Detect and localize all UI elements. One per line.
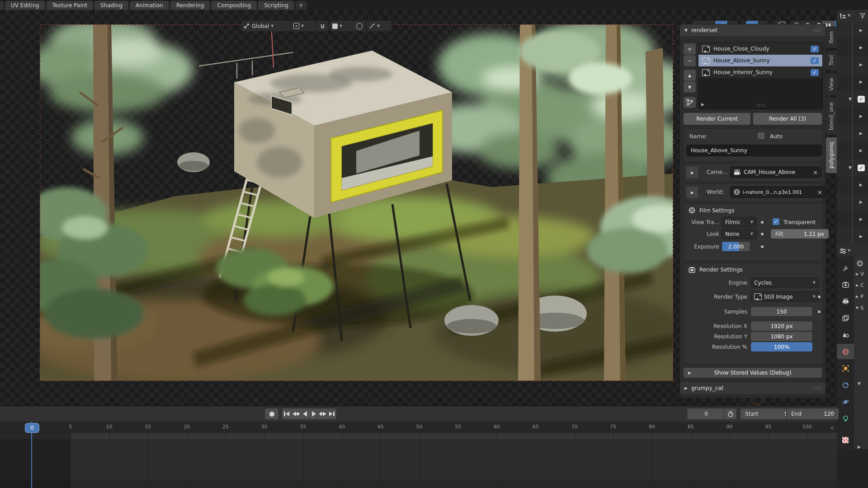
outliner-row[interactable]: ▶ xyxy=(837,56,868,73)
transparent-checkbox[interactable]: ✓ xyxy=(773,218,779,225)
properties-panel-row[interactable]: ▼S xyxy=(854,302,868,314)
outliner-row[interactable]: ▶ xyxy=(837,22,868,39)
world-field[interactable]: i-nahore_0...n.p3e1.001 × xyxy=(731,187,826,197)
exposure-slider[interactable]: 2.000 xyxy=(722,242,750,251)
render-type-dropdown[interactable]: Still Image ▼ xyxy=(751,292,819,301)
renderset-list-item[interactable]: House_Interior_Sunny✓ xyxy=(698,66,822,78)
proportional-editing-toggle[interactable] xyxy=(354,21,365,31)
sidebar-tab-item[interactable]: Item xyxy=(826,26,837,48)
outliner-row[interactable]: ▶ xyxy=(837,39,868,56)
expand-arrow-icon[interactable]: ▶ xyxy=(859,234,863,239)
sidebar-tab-polygoniq[interactable]: polygoniq xyxy=(826,137,837,174)
frame-start-field[interactable]: Start 5 xyxy=(741,408,793,419)
transform-orientation-dropdown[interactable]: Global ▼ xyxy=(241,21,292,31)
outliner-row[interactable]: ▶ xyxy=(837,211,868,228)
workspace-tab-uv-editing[interactable]: UV Editing xyxy=(5,1,45,10)
animate-dot[interactable] xyxy=(761,245,764,248)
resolution-y-field[interactable]: 1080 px xyxy=(751,332,812,341)
remove-renderset-button[interactable]: − xyxy=(684,55,696,66)
frame-end-field[interactable]: End 120 xyxy=(787,408,839,419)
tab-tool[interactable] xyxy=(837,260,854,276)
expand-arrow-icon[interactable]: ▶ xyxy=(859,62,863,67)
next-keyframe-button[interactable] xyxy=(318,408,327,419)
animate-dot[interactable] xyxy=(761,221,764,224)
outliner-row[interactable]: ▶ xyxy=(837,108,868,125)
include-checkbox[interactable]: ✓ xyxy=(811,69,819,76)
outliner-row[interactable]: ▼✓ xyxy=(837,159,868,176)
samples-field[interactable]: 150 xyxy=(751,307,812,316)
render-current-button[interactable]: Render Current xyxy=(684,113,750,125)
expand-arrow-icon[interactable]: ▶ xyxy=(859,183,863,187)
properties-panel-row[interactable]: ▶P xyxy=(854,291,868,302)
list-resize-grip[interactable] xyxy=(756,103,764,107)
move-down-button[interactable]: ▼ xyxy=(684,81,696,93)
outliner-row[interactable]: ▶ xyxy=(837,193,868,211)
workspace-tab-animation[interactable]: Animation xyxy=(130,1,169,10)
animate-dot[interactable] xyxy=(818,310,821,313)
outliner-checkbox[interactable]: ✓ xyxy=(858,164,865,171)
move-up-button[interactable]: ▲ xyxy=(684,70,696,81)
expand-arrow-icon[interactable]: ▶ xyxy=(859,45,863,50)
camera-expand-button[interactable]: ▶ xyxy=(686,166,698,178)
tab-output[interactable] xyxy=(837,294,854,309)
expand-arrow-icon[interactable]: ▶ xyxy=(859,114,863,118)
tab-constraints[interactable] xyxy=(837,377,854,393)
sidebar-tab-view[interactable]: View xyxy=(826,73,837,95)
tab-object-data[interactable] xyxy=(837,411,854,426)
workspace-tab-shading[interactable]: Shading xyxy=(94,1,128,10)
context-options-button[interactable] xyxy=(684,97,696,108)
workspace-tab-texture-paint[interactable]: Texture Paint xyxy=(47,1,93,10)
workspace-tab-rendering[interactable]: Rendering xyxy=(170,1,210,10)
preview-range-button[interactable] xyxy=(724,408,736,419)
jump-to-start-button[interactable] xyxy=(282,408,291,419)
camera-field[interactable]: CAM_House_Above × xyxy=(731,167,821,178)
view-transform-dropdown[interactable]: Filmic ▼ xyxy=(722,217,756,227)
tab-world[interactable] xyxy=(837,344,854,359)
animate-dot[interactable] xyxy=(761,233,764,235)
timeline-tracks[interactable] xyxy=(0,433,837,488)
render-settings-header[interactable]: Render Settings xyxy=(689,267,743,273)
current-frame-field[interactable]: 0 xyxy=(687,408,725,419)
outliner-row[interactable]: ▶ xyxy=(837,73,868,90)
add-workspace-button[interactable]: + xyxy=(296,1,307,10)
expand-arrow-icon[interactable]: ▶ xyxy=(859,80,863,84)
drag-grip-icon[interactable] xyxy=(813,28,821,32)
jump-to-end-button[interactable] xyxy=(327,408,336,419)
show-stored-values-button[interactable]: ▶ Show Stored Values (Debug) xyxy=(684,368,822,378)
outliner-row[interactable]: ▼✓ xyxy=(837,90,868,108)
current-frame-badge[interactable]: 0 xyxy=(25,423,39,433)
falloff-dropdown[interactable]: ▼ xyxy=(367,21,392,31)
outliner-row[interactable]: ▶ xyxy=(837,228,868,245)
tab-view-layer[interactable] xyxy=(837,310,854,326)
properties-panel-row[interactable]: ▶V xyxy=(854,268,868,280)
properties-icon[interactable] xyxy=(840,248,846,254)
tab-physics[interactable] xyxy=(837,394,854,409)
outliner-row[interactable]: ▶ xyxy=(837,142,868,159)
snap-with-dropdown[interactable]: ▼ xyxy=(330,21,354,31)
expand-arrow-icon[interactable]: ▶ xyxy=(859,131,863,136)
grumpy-cat-panel-header[interactable]: ▶ grumpy_cat xyxy=(680,382,826,394)
renderset-list-item[interactable]: House_Close_Cloudy✓ xyxy=(698,43,822,55)
drag-grip-icon[interactable] xyxy=(813,386,821,390)
expand-arrow-icon[interactable]: ▼ xyxy=(849,97,852,101)
workspace-tab-scripting[interactable]: Scripting xyxy=(258,1,294,10)
tab-object[interactable] xyxy=(837,361,854,376)
chevron-down-icon[interactable]: ▼ xyxy=(848,249,850,253)
auto-checkbox[interactable] xyxy=(758,132,764,139)
expand-arrow-icon[interactable]: ▼ xyxy=(849,165,852,170)
outliner-checkbox[interactable]: ✓ xyxy=(858,96,865,103)
filter-icon[interactable] xyxy=(860,13,865,19)
outliner-row[interactable]: ▶ xyxy=(837,125,868,142)
timeline-ruler[interactable]: 5101520253035404550556065707580859095100 xyxy=(0,422,837,433)
render-all-button[interactable]: Render All (3) xyxy=(753,113,822,125)
look-dropdown[interactable]: None ▼ xyxy=(722,229,756,239)
tab-render[interactable] xyxy=(837,277,854,292)
resolution-percent-slider[interactable]: 100% xyxy=(751,342,812,352)
panel-expand-arrow[interactable]: ▶ xyxy=(858,445,868,449)
properties-panel-row[interactable]: ▶C xyxy=(854,280,868,291)
expand-arrow-icon[interactable]: ▶ xyxy=(859,200,863,204)
engine-dropdown[interactable]: Cycles ▼ xyxy=(751,278,819,287)
clear-world-button[interactable]: × xyxy=(817,189,822,196)
expand-arrow-icon[interactable]: ▶ xyxy=(859,148,863,153)
record-button[interactable] xyxy=(265,408,278,419)
